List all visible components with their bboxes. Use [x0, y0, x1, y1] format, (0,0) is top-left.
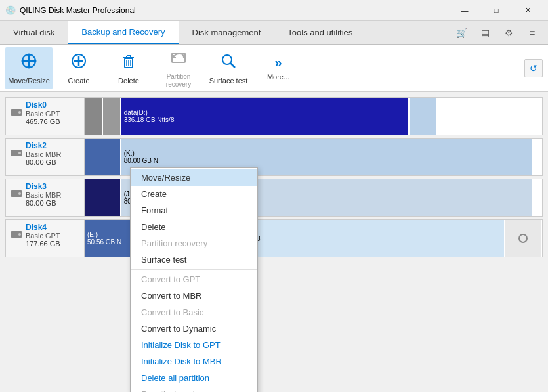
more-icon: » [274, 55, 282, 70]
disk3-size: 80.00 GB [26, 199, 61, 207]
disk0-size: 465.76 GB [26, 118, 60, 125]
tab-tools-utilities[interactable]: Tools and utilities [274, 21, 366, 44]
disk4-label: Disk4 Basic GPT 177.66 GB [6, 220, 85, 257]
create-label: Create [68, 77, 89, 85]
menu-item-surface-test[interactable]: Surface test [131, 251, 257, 268]
disk2-part1-size: 80.00 GB N [124, 157, 529, 164]
disk2-name: Disk2 [26, 141, 61, 150]
menu-icon-button[interactable]: ≡ [522, 22, 543, 43]
minimize-button[interactable]: — [450, 0, 480, 21]
refresh-icon: ↺ [530, 63, 537, 74]
svg-point-26 [18, 192, 21, 195]
disk2-label: Disk2 Basic MBR 80.00 GB [6, 139, 85, 175]
surface-test-icon [219, 52, 238, 74]
svg-point-19 [222, 55, 232, 64]
svg-point-22 [18, 111, 21, 114]
menu-item-init-mbr[interactable]: Initialize Disk to MBR [131, 353, 257, 370]
surface-test-button[interactable]: Surface test [205, 47, 252, 89]
tab-icon-bar: 🛒 ▤ ⚙ ≡ [451, 21, 548, 44]
main-content: Disk0 Basic GPT 465.76 GB data(D:) 336.1… [0, 92, 548, 392]
tab-bar: Virtual disk Backup and Recovery Disk ma… [0, 21, 548, 45]
disk3-name: Disk3 [26, 182, 61, 191]
move-resize-button[interactable]: Move/Resize [5, 47, 53, 89]
app-title: QILING Disk Master Professional [20, 6, 450, 15]
partition-recovery-label: Partitionrecovery [166, 73, 191, 89]
menu-item-convert-dynamic[interactable]: Convert to Dynamic [131, 320, 257, 337]
disk0-part1[interactable] [103, 98, 121, 135]
menu-item-convert-mbr[interactable]: Convert to MBR [131, 288, 257, 304]
disk3-label: Disk3 Basic MBR 80.00 GB [6, 179, 85, 216]
more-button[interactable]: » More... [255, 47, 302, 89]
menu-item-init-gpt[interactable]: Initialize Disk to GPT [131, 337, 257, 353]
tab-virtual-disk[interactable]: Virtual disk [0, 21, 68, 44]
disk4-part1-label: ... GB Ntfs/8 [224, 235, 501, 242]
disk3-type: Basic MBR [26, 191, 61, 199]
disk4-icon [10, 229, 23, 241]
disk4-part1[interactable]: ... GB Ntfs/8 [222, 220, 505, 257]
disk4-part2[interactable] [505, 220, 542, 257]
menu-item-format[interactable]: Format [131, 202, 257, 219]
disk2-row: Disk2 Basic MBR 80.00 GB (K:) 80.00 GB N [5, 138, 543, 176]
menu-item-delete-all[interactable]: Delete all partition [131, 370, 257, 386]
more-label: More... [267, 73, 289, 81]
disk0-part2[interactable]: data(D:) 336.18 GB Ntfs/8 [121, 98, 410, 135]
window-controls: — □ ✕ [450, 0, 543, 21]
disk2-part1-label: (K:) [124, 150, 529, 157]
delete-button[interactable]: Delete [105, 47, 152, 89]
disk0-icon [10, 107, 23, 119]
disk2-icon [10, 148, 23, 160]
disk0-partitions: data(D:) 336.18 GB Ntfs/8 [85, 98, 542, 135]
disk0-type: Basic GPT [26, 110, 60, 118]
disk4-type: Basic GPT [26, 232, 60, 240]
settings-icon-button[interactable]: ⚙ [498, 22, 519, 43]
disk2-part0[interactable] [85, 139, 121, 175]
context-menu: Move/Resize Create Format Delete Partiti… [130, 167, 258, 392]
disk4-circle-icon [518, 234, 528, 243]
disk0-part0[interactable] [85, 98, 103, 135]
disk2-type: Basic MBR [26, 150, 61, 158]
menu-item-convert-gpt[interactable]: Convert to GPT [131, 271, 257, 288]
menu-item-reactivate[interactable]: Reactivate volume [131, 386, 257, 392]
delete-icon [119, 52, 138, 74]
disk4-name: Disk4 [26, 223, 60, 232]
disk4-row: Disk4 Basic GPT 177.66 GB (E:) 50.56 GB … [5, 219, 543, 257]
cart-icon-button[interactable]: 🛒 [451, 22, 472, 43]
partition-recovery-icon [169, 48, 188, 70]
tab-backup-recovery[interactable]: Backup and Recovery [68, 21, 179, 44]
menu-item-delete[interactable]: Delete [131, 219, 257, 235]
svg-point-28 [18, 233, 21, 236]
delete-label: Delete [118, 77, 139, 85]
move-resize-icon [20, 52, 38, 74]
menu-item-partition-recovery[interactable]: Partition recovery [131, 235, 257, 251]
partition-recovery-button[interactable]: Partitionrecovery [155, 47, 202, 89]
list-icon-button[interactable]: ▤ [474, 22, 495, 43]
disk0-part3[interactable] [410, 98, 437, 135]
tab-disk-management[interactable]: Disk management [179, 21, 275, 44]
disk3-icon [10, 188, 23, 200]
disk0-part2-size: 336.18 GB Ntfs/8 [124, 116, 406, 123]
create-icon [70, 52, 88, 74]
menu-item-create[interactable]: Create [131, 186, 257, 202]
surface-test-label: Surface test [209, 77, 248, 85]
disk4-size: 177.66 GB [26, 240, 60, 248]
disk2-size: 80.00 GB [26, 158, 61, 166]
maximize-button[interactable]: □ [481, 0, 511, 21]
disk0-row: Disk0 Basic GPT 465.76 GB data(D:) 336.1… [5, 97, 543, 135]
disk0-label: Disk0 Basic GPT 465.76 GB [6, 98, 85, 135]
menu-item-convert-basic[interactable]: Convert to Basic [131, 304, 257, 320]
create-button[interactable]: Create [55, 47, 102, 89]
disk0-part2-label: data(D:) [124, 109, 406, 116]
toolbar: Move/Resize Create Delete [0, 45, 548, 92]
disk3-row: Disk3 Basic MBR 80.00 GB (J:) 80.00 GB N [5, 179, 543, 217]
title-bar: 💿 QILING Disk Master Professional — □ ✕ [0, 0, 548, 21]
disk3-part0[interactable] [85, 179, 121, 216]
menu-separator-1 [131, 269, 257, 270]
app-icon: 💿 [5, 5, 16, 16]
svg-line-20 [230, 63, 235, 68]
menu-item-move-resize[interactable]: Move/Resize [131, 169, 257, 186]
toolbar-right: ↺ [524, 59, 543, 77]
disk0-name: Disk0 [26, 100, 60, 110]
svg-point-24 [18, 152, 21, 154]
close-button[interactable]: ✕ [513, 0, 543, 21]
refresh-button[interactable]: ↺ [524, 59, 543, 77]
